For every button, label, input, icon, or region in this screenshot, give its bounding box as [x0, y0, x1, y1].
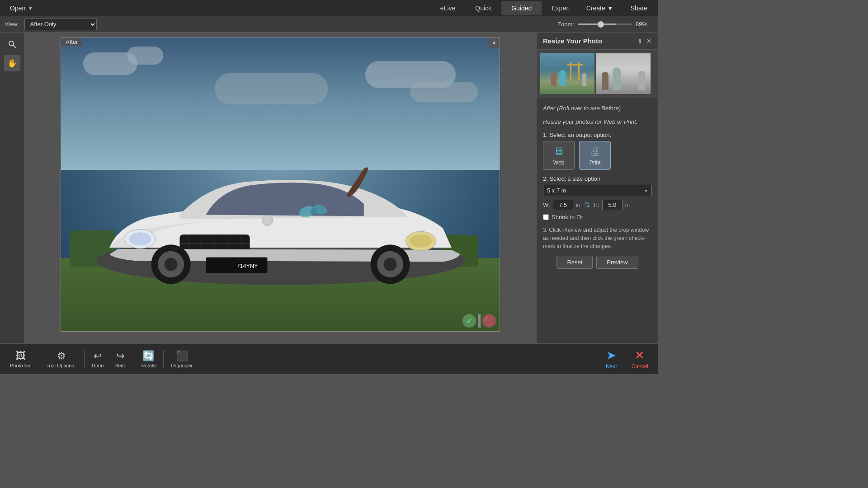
zoom-label: Zoom:	[557, 21, 574, 28]
car-svg: 714YNY	[83, 147, 478, 287]
rotate-label: Rotate	[142, 363, 156, 368]
close-button[interactable]: ×	[489, 38, 500, 48]
create-arrow-icon: ▼	[607, 5, 613, 12]
svg-point-19	[164, 258, 177, 271]
web-button[interactable]: 🖥 Web	[543, 141, 575, 170]
share-button[interactable]: Share	[624, 3, 654, 14]
shrink-to-fit-row: Shrink to Fit	[543, 214, 652, 221]
width-input[interactable]	[553, 200, 573, 210]
cloud-4	[410, 82, 478, 102]
cancel-icon[interactable]: 🚫	[482, 314, 496, 328]
svg-point-23	[262, 215, 272, 225]
undo-icon: ↩	[94, 350, 102, 362]
step2-label: 2. Select a size option	[543, 175, 652, 182]
photo-bin-icon: 🖼	[16, 350, 26, 362]
separator-2	[84, 350, 85, 368]
tab-expert[interactable]: Expert	[542, 1, 580, 15]
size-select[interactable]: 5 x 7 in 4 x 6 in 8 x 10 in	[543, 185, 652, 196]
cloud-5	[215, 73, 328, 104]
tool-options-button[interactable]: ⚙ Tool Options :	[41, 348, 82, 370]
cancel-icon: ✕	[635, 348, 645, 362]
organizer-label: Organizer	[171, 363, 193, 368]
menu-bar: Open ▼ eLive Quick Guided Expert Create …	[0, 0, 658, 16]
print-icon: 🖨	[590, 145, 600, 158]
organizer-icon: ⬛	[176, 350, 188, 362]
thumb-before	[540, 53, 594, 94]
link-icon[interactable]: ⇅	[583, 201, 591, 209]
thumb-after	[596, 53, 651, 94]
dimensions-row: W: in ⇅ H: in	[543, 200, 652, 210]
panel-content: After (Roll over to see Before) Resize y…	[537, 98, 658, 275]
next-label: Next	[606, 363, 617, 370]
mode-tabs: eLive Quick Guided Expert	[430, 1, 580, 15]
toolbar: View: After Only Before Only Before & Af…	[0, 16, 658, 33]
height-input[interactable]	[602, 200, 623, 210]
photo-container: After ×	[61, 37, 500, 332]
info-icon[interactable]: ✕	[646, 38, 652, 45]
cloud-2	[127, 47, 163, 65]
separator-4	[163, 350, 164, 368]
right-panel: Resize Your Photo ⬆ ✕	[536, 33, 658, 343]
menu-right: Create ▼ Share	[580, 3, 654, 14]
next-button[interactable]: ➤ Next	[600, 347, 623, 371]
organizer-button[interactable]: ⬛ Organizer	[165, 348, 198, 370]
tab-quick[interactable]: Quick	[465, 1, 501, 15]
web-label: Web	[553, 160, 564, 166]
tab-elive[interactable]: eLive	[430, 1, 465, 15]
undo-label: Undo	[92, 363, 104, 368]
print-label: Print	[590, 160, 601, 166]
create-label: Create	[586, 5, 605, 12]
confirm-icon[interactable]: ✓	[462, 314, 476, 328]
open-label: Open	[10, 5, 25, 12]
shrink-to-fit-label: Shrink to Fit	[552, 214, 583, 221]
width-unit: in	[576, 202, 580, 208]
overlay-icons: ✓ 🚫	[462, 314, 496, 328]
preview-button[interactable]: Preview	[596, 256, 638, 269]
tab-guided[interactable]: Guided	[501, 1, 542, 15]
panel-header: Resize Your Photo ⬆ ✕	[537, 33, 658, 50]
open-menu[interactable]: Open ▼	[5, 3, 38, 14]
hand-tool-button[interactable]: ✋	[4, 55, 20, 71]
separator-1	[39, 350, 39, 368]
rotate-button[interactable]: 🔄 Rotate	[136, 348, 161, 370]
panel-actions: ⬆ ✕	[637, 38, 652, 45]
zoom-slider[interactable]	[578, 23, 632, 25]
height-label: H:	[594, 202, 599, 208]
shrink-to-fit-checkbox[interactable]	[543, 214, 549, 220]
bottom-right: ➤ Next ✕ Cancel	[600, 347, 654, 371]
step1-label: 1. Select an output option.	[543, 131, 652, 138]
open-arrow-icon: ▼	[28, 6, 33, 11]
after-label: After	[61, 38, 82, 46]
create-button[interactable]: Create ▼	[580, 3, 620, 14]
step2-section: 2. Select a size option 5 x 7 in 4 x 6 i…	[543, 175, 652, 221]
canvas-area: After ×	[24, 33, 536, 343]
redo-button[interactable]: ↪ Redo	[109, 348, 132, 370]
height-unit: in	[625, 202, 630, 208]
zoom-value: 89%	[636, 21, 654, 28]
main-content: ✋ After ×	[0, 33, 658, 343]
redo-label: Redo	[114, 363, 126, 368]
tool-options-label: Tool Options :	[47, 363, 77, 368]
separator-3	[134, 350, 134, 368]
view-label: View:	[5, 21, 19, 28]
svg-point-0	[9, 41, 14, 46]
main-desc: Resize your photos for Web or Print.	[543, 118, 652, 126]
print-button[interactable]: 🖨 Print	[579, 141, 611, 170]
svg-point-22	[383, 258, 396, 271]
search-tool-button[interactable]	[4, 36, 20, 52]
redo-icon: ↪	[116, 350, 124, 362]
zoom-section: Zoom: 89%	[557, 21, 654, 28]
photo-bin-label: Photo Bin	[10, 363, 32, 368]
reset-button[interactable]: Reset	[557, 256, 593, 269]
view-select[interactable]: After Only Before Only Before & After	[24, 19, 97, 30]
tool-panel: ✋	[0, 33, 24, 343]
tool-options-icon: ⚙	[57, 350, 66, 362]
undo-button[interactable]: ↩ Undo	[86, 348, 109, 370]
cancel-button[interactable]: ✕ Cancel	[626, 347, 654, 371]
output-options: 🖥 Web 🖨 Print	[543, 141, 652, 170]
cancel-label: Cancel	[632, 363, 648, 370]
upload-icon[interactable]: ⬆	[637, 38, 643, 45]
bottom-bar: 🖼 Photo Bin ⚙ Tool Options : ↩ Undo ↪ Re…	[0, 343, 658, 374]
svg-point-14	[129, 232, 151, 245]
photo-bin-button[interactable]: 🖼 Photo Bin	[5, 348, 37, 370]
